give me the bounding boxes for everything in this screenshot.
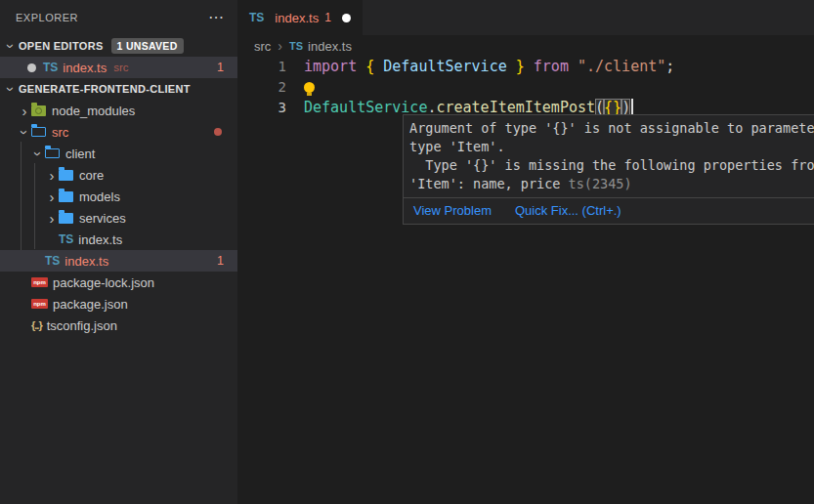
message-text: Argument of type '{}' is not assignable … — [409, 120, 814, 136]
tree-item-package-lock.json[interactable]: npmpackage-lock.json — [0, 272, 237, 293]
tooltip-message: Argument of type '{}' is not assignable … — [404, 115, 814, 197]
sidebar-header: EXPLORER ⋯ — [0, 0, 237, 35]
open-editor-file-detail: src — [113, 62, 128, 73]
project-name-label: GENERATE-FRONTEND-CLIENT — [19, 83, 191, 95]
text-cursor — [631, 99, 633, 115]
typescript-icon: TS — [289, 40, 303, 52]
tooltip-actions: View ProblemQuick Fix... (Ctrl+.) — [404, 197, 814, 224]
breadcrumb-folder[interactable]: src — [254, 39, 271, 54]
tree-item-package.json[interactable]: npmpackage.json — [0, 293, 237, 315]
quick-fix-link[interactable]: Quick Fix... (Ctrl+.) — [515, 203, 621, 218]
folder-open-icon — [45, 148, 60, 158]
typescript-icon: TS — [59, 232, 73, 246]
code-token: DefaultService — [383, 58, 506, 75]
code-token: ; — [665, 58, 674, 75]
json-braces-icon: {..} — [31, 319, 42, 331]
typescript-icon: TS — [45, 254, 60, 268]
unsaved-count-badge: 1 UNSAVED — [111, 38, 184, 54]
code-text: import { DefaultService } from "./client… — [304, 57, 674, 77]
typescript-icon: TS — [249, 11, 264, 24]
folder-icon — [59, 170, 73, 181]
project-section-header[interactable]: › GENERATE-FRONTEND-CLIENT — [0, 78, 237, 100]
explorer-sidebar: EXPLORER ⋯ › OPEN EDITORS 1 UNSAVED TS i… — [0, 0, 237, 504]
tree-item-label: models — [79, 189, 120, 204]
code-token — [357, 58, 365, 75]
folder-icon — [59, 213, 73, 224]
chevron-down-icon: › — [18, 125, 32, 139]
tab-index-ts[interactable]: TS index.ts 1 — [237, 0, 363, 35]
code-token — [374, 58, 383, 75]
typescript-icon: TS — [43, 61, 58, 74]
code-token — [525, 58, 534, 75]
node-modules-folder-icon — [31, 105, 46, 116]
breadcrumb-file[interactable]: index.ts — [308, 39, 352, 54]
code-token: { — [365, 58, 374, 75]
tab-label: index.ts — [275, 11, 319, 25]
tree-item-services[interactable]: ›services — [0, 207, 237, 229]
chevron-down-icon: › — [31, 147, 46, 160]
tree-item-label: package.json — [53, 297, 128, 312]
editor-pane: TS index.ts 1 src › TS index.ts 1import … — [237, 0, 814, 504]
chevron-right-icon: › — [18, 104, 31, 118]
code-token: from — [534, 58, 569, 75]
chevron-down-icon: › — [4, 82, 19, 96]
message-text: type 'Item'. — [409, 139, 505, 154]
tree-item-label: index.ts — [78, 232, 122, 247]
line-number: 1 — [237, 57, 286, 77]
code-area[interactable]: 1import { DefaultService } from "./clien… — [237, 57, 814, 118]
message-text: Type '{}' is missing the following prope… — [409, 157, 814, 173]
modified-dot-icon — [27, 63, 36, 72]
error-tooltip: Argument of type '{}' is not assignable … — [403, 114, 814, 225]
code-token: } — [516, 58, 525, 75]
tree-item-label: client — [65, 147, 95, 161]
tree-item-label: index.ts — [64, 254, 108, 269]
open-editors-label: OPEN EDITORS — [19, 40, 104, 52]
chevron-right-icon: › — [45, 189, 59, 204]
tree-item-tsconfig.json[interactable]: {..}tsconfig.json — [0, 315, 237, 336]
tree-item-index.ts[interactable]: TSindex.ts1 — [0, 250, 237, 272]
tree-item-index.ts[interactable]: TSindex.ts — [0, 229, 237, 250]
code-token: import — [304, 58, 357, 75]
folder-icon — [59, 191, 73, 202]
open-editor-item-index-ts[interactable]: TS index.ts src 1 — [0, 57, 237, 78]
tree-item-node_modules[interactable]: ›node_modules — [0, 100, 237, 121]
code-token: "./client" — [578, 58, 665, 75]
tree-item-core[interactable]: ›core — [0, 164, 237, 186]
tooltip-message-line: Argument of type '{}' is not assignable … — [409, 119, 814, 138]
chevron-right-icon: › — [45, 168, 59, 183]
error-count-badge: 1 — [217, 254, 224, 268]
tree-item-label: services — [79, 211, 126, 226]
vscode-window: EXPLORER ⋯ › OPEN EDITORS 1 UNSAVED TS i… — [0, 0, 814, 504]
tree-item-label: node_modules — [52, 104, 135, 118]
breadcrumb[interactable]: src › TS index.ts — [237, 35, 814, 57]
tree-item-label: core — [79, 168, 104, 183]
code-line[interactable]: 2 — [237, 77, 814, 98]
view-problem-link[interactable]: View Problem — [413, 203, 492, 218]
tree-item-label: package-lock.json — [53, 275, 154, 290]
tree-item-label: tsconfig.json — [47, 318, 117, 333]
more-actions-icon[interactable]: ⋯ — [208, 10, 224, 25]
tab-modified-dot-icon[interactable] — [342, 14, 351, 22]
code-text — [304, 77, 315, 98]
error-count-badge: 1 — [217, 61, 224, 74]
code-line[interactable]: 1import { DefaultService } from "./clien… — [237, 57, 814, 77]
lightbulb-icon[interactable] — [304, 82, 315, 93]
code-token — [507, 58, 516, 75]
code-token — [569, 58, 578, 75]
tab-bar: TS index.ts 1 — [237, 0, 814, 35]
open-editors-section-header[interactable]: › OPEN EDITORS 1 UNSAVED — [0, 35, 237, 57]
tree-item-models[interactable]: ›models — [0, 186, 237, 207]
line-number: 2 — [237, 77, 286, 98]
open-editor-file-label: index.ts — [63, 61, 107, 75]
chevron-right-icon: › — [45, 211, 59, 226]
tree-item-client[interactable]: ›client — [0, 143, 237, 164]
explorer-title: EXPLORER — [16, 12, 78, 23]
line-number: 3 — [237, 98, 286, 118]
tree-item-src[interactable]: ›src — [0, 121, 237, 143]
npm-icon: npm — [31, 277, 48, 287]
tooltip-message-line: type 'Item'. — [409, 138, 814, 156]
tooltip-message-line: Type '{}' is missing the following prope… — [409, 156, 814, 175]
npm-icon: npm — [31, 299, 48, 309]
folder-open-icon — [31, 127, 46, 137]
tab-error-count: 1 — [324, 11, 331, 24]
